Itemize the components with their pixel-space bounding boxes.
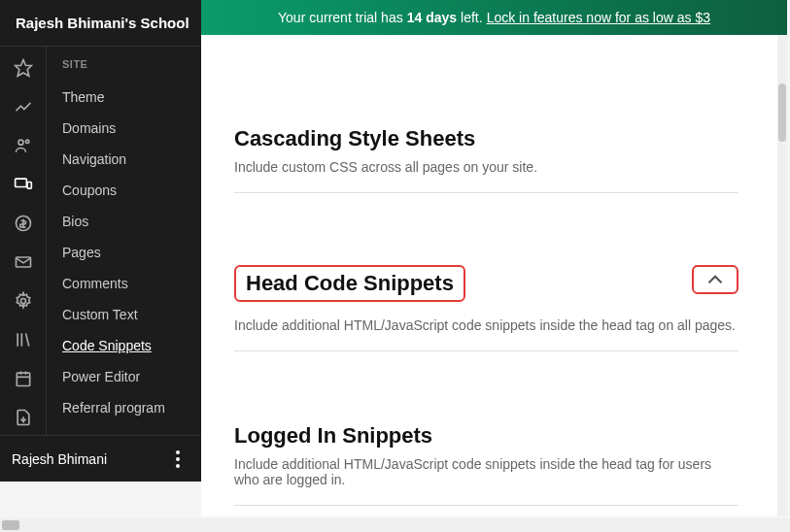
svg-point-17: [176, 464, 180, 468]
trial-prefix: Your current trial has: [278, 10, 403, 25]
section-head-title: Head Code Snippets: [234, 265, 465, 302]
mail-icon[interactable]: [14, 252, 33, 272]
footer-bar: Rajesh Bhimani: [0, 435, 201, 482]
section-css: Cascading Style Sheets Include custom CS…: [234, 103, 738, 193]
svg-point-1: [18, 140, 23, 145]
section-head-snippets: Head Code Snippets Include additional HT…: [234, 242, 738, 351]
trial-banner: Your current trial has 14 days left. Loc…: [201, 0, 787, 35]
section-logged-desc: Include additional HTML/JavaScript code …: [234, 456, 738, 487]
content-scrollbar[interactable]: [777, 35, 787, 516]
expand-button[interactable]: [692, 265, 738, 294]
sidebar-menu: SITE Theme Domains Navigation Coupons Bi…: [47, 0, 201, 466]
calendar-icon[interactable]: [14, 369, 33, 388]
sidebar-item-referral[interactable]: Referral program: [58, 392, 201, 423]
main-content: Cascading Style Sheets Include custom CS…: [201, 35, 787, 516]
people-icon[interactable]: [14, 136, 33, 155]
sidebar-item-coupons[interactable]: Coupons: [58, 175, 201, 206]
menu-heading-site: SITE: [58, 58, 201, 70]
svg-point-15: [176, 450, 180, 454]
section-logged-title: Logged In Snippets: [234, 423, 738, 449]
file-download-icon[interactable]: [14, 408, 33, 427]
section-logged-in-snippets: Logged In Snippets Include additional HT…: [234, 400, 738, 506]
gear-icon[interactable]: [14, 291, 33, 311]
sidebar: Rajesh Bhimani's School SITE Theme Domai…: [0, 0, 201, 466]
svg-marker-0: [15, 60, 31, 77]
sidebar-item-power-editor[interactable]: Power Editor: [58, 361, 201, 392]
svg-rect-11: [17, 373, 29, 385]
content-scrollbar-thumb[interactable]: [778, 83, 786, 142]
svg-point-7: [20, 299, 25, 304]
sidebar-item-theme[interactable]: Theme: [58, 82, 201, 113]
section-css-desc: Include custom CSS across all pages on y…: [234, 159, 738, 175]
sidebar-item-navigation[interactable]: Navigation: [58, 144, 201, 175]
dollar-icon[interactable]: [14, 214, 33, 233]
section-head-desc: Include additional HTML/JavaScript code …: [234, 317, 738, 333]
sidebar-item-code-snippets[interactable]: Code Snippets: [58, 330, 201, 361]
bottom-scrollbar[interactable]: [0, 518, 790, 532]
sidebar-item-custom-text[interactable]: Custom Text: [58, 299, 201, 330]
trial-cta-link[interactable]: Lock in features now for as low as $3: [487, 10, 710, 25]
school-title: Rajesh Bhimani's School: [0, 0, 201, 47]
section-css-title: Cascading Style Sheets: [234, 126, 738, 151]
devices-icon[interactable]: [14, 175, 33, 194]
bottom-scrollbar-thumb[interactable]: [2, 520, 19, 530]
star-icon[interactable]: [14, 58, 33, 78]
svg-point-2: [25, 140, 28, 143]
svg-rect-3: [15, 179, 26, 186]
analytics-icon[interactable]: [14, 97, 33, 116]
sidebar-item-bios[interactable]: Bios: [58, 206, 201, 237]
svg-line-10: [25, 333, 28, 346]
sidebar-item-domains[interactable]: Domains: [58, 113, 201, 144]
sidebar-item-pages[interactable]: Pages: [58, 237, 201, 268]
sidebar-icon-column: [0, 0, 47, 466]
sidebar-item-comments[interactable]: Comments: [58, 268, 201, 299]
trial-days: 14 days: [407, 10, 457, 25]
library-icon[interactable]: [14, 330, 33, 349]
svg-point-16: [176, 457, 180, 461]
footer-user-name: Rajesh Bhimani: [12, 451, 107, 467]
school-title-text: Rajesh Bhimani's School: [16, 15, 189, 31]
trial-suffix: left.: [461, 10, 483, 25]
chevron-up-icon: [694, 267, 737, 292]
svg-rect-4: [27, 183, 31, 189]
more-menu-button[interactable]: [166, 448, 189, 471]
